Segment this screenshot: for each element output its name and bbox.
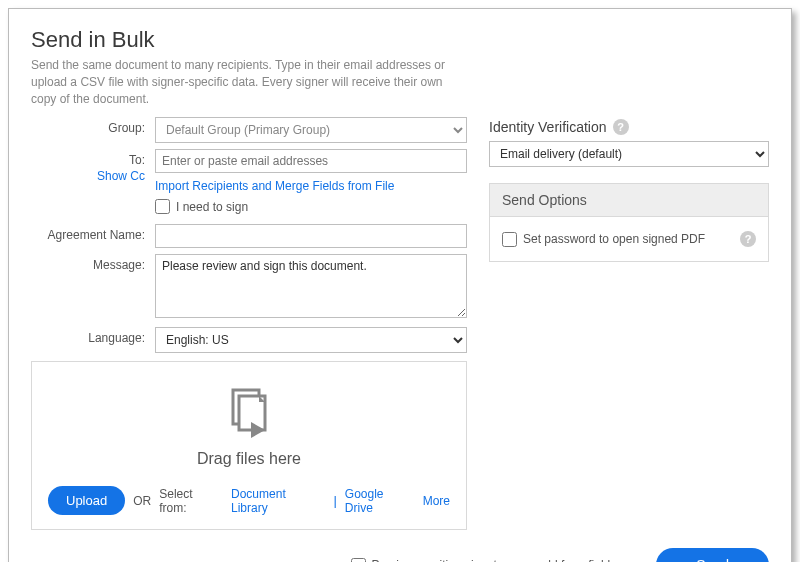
password-box[interactable] [502,232,517,247]
identity-header: Identity Verification [489,119,607,135]
footer-bar: Preview, position signatures or add form… [31,548,769,562]
group-label: Group: [31,117,155,137]
send-options-header: Send Options [490,184,768,217]
preview-box[interactable] [351,558,366,562]
help-icon[interactable]: ? [613,119,629,135]
need-sign-box[interactable] [155,199,170,214]
upload-button[interactable]: Upload [48,486,125,515]
more-link[interactable]: More [423,494,450,508]
import-recipients-link[interactable]: Import Recipients and Merge Fields from … [155,179,467,193]
right-column: Identity Verification ? Email delivery (… [489,117,769,530]
show-cc-link[interactable]: Show Cc [97,169,145,183]
agreement-name-input[interactable] [155,224,467,248]
page-description: Send the same document to many recipient… [31,57,461,107]
help-icon[interactable]: ? [740,231,756,247]
files-icon [221,386,277,442]
document-library-link[interactable]: Document Library [231,487,325,515]
language-label: Language: [31,327,155,347]
page-title: Send in Bulk [31,27,769,53]
send-options-box: Send Options Set password to open signed… [489,183,769,262]
language-select[interactable]: English: US [155,327,467,353]
agreement-name-label: Agreement Name: [31,224,155,244]
send-in-bulk-panel: Send in Bulk Send the same document to m… [8,8,792,562]
need-sign-checkbox[interactable]: I need to sign [155,199,467,214]
message-textarea[interactable] [155,254,467,318]
identity-select[interactable]: Email delivery (default) [489,141,769,167]
select-from-text: Select from: [159,487,223,515]
to-label: To: Show Cc [31,149,155,184]
file-drop-zone[interactable]: Drag files here Upload OR Select from: D… [31,361,467,530]
to-input[interactable] [155,149,467,173]
message-label: Message: [31,254,155,274]
drop-text: Drag files here [48,450,450,468]
password-checkbox[interactable]: Set password to open signed PDF [502,232,705,247]
send-button[interactable]: Send [656,548,769,562]
google-drive-link[interactable]: Google Drive [345,487,415,515]
group-select[interactable]: Default Group (Primary Group) [155,117,467,143]
left-column: Group: Default Group (Primary Group) To:… [31,117,467,530]
or-text: OR [133,494,151,508]
preview-checkbox[interactable]: Preview, position signatures or add form… [351,558,617,562]
